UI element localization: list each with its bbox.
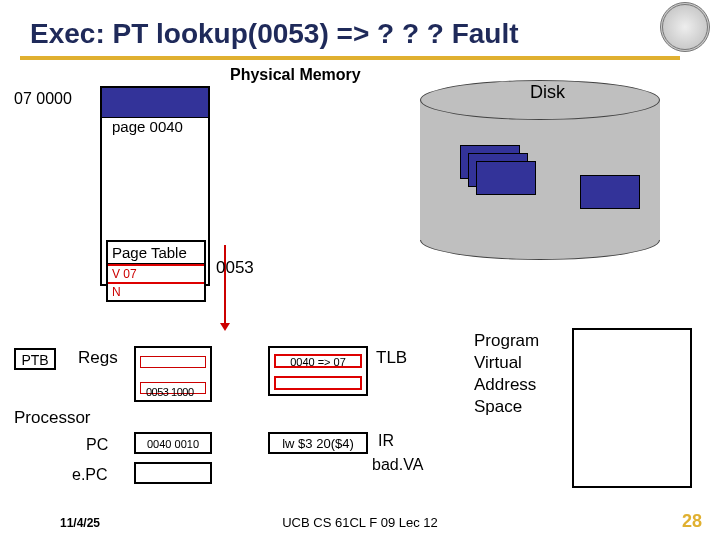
seal-icon — [660, 2, 710, 52]
regs-label: Regs — [78, 348, 118, 368]
footer-page-number: 28 — [682, 511, 702, 532]
page-table-row: N — [108, 282, 204, 300]
pc-box: 0040 0010 — [134, 432, 212, 454]
tlb-entry-empty — [274, 376, 362, 390]
lookup-arrow-icon — [224, 245, 226, 325]
ir-box: lw $3 20($4) — [268, 432, 368, 454]
page-table-title: Page Table — [108, 242, 204, 264]
tlb-label: TLB — [376, 348, 407, 368]
tlb-entry: 0040 => 07 — [274, 354, 362, 368]
physmem-label: Physical Memory — [230, 66, 361, 84]
base-addr-label: 07 0000 — [14, 90, 72, 108]
virtual-address-space-label: ProgramVirtualAddressSpace — [474, 330, 564, 418]
virtual-address-space-box — [572, 328, 692, 488]
page-0040-block — [102, 88, 208, 118]
disk-label: Disk — [530, 82, 565, 103]
pc-label: PC — [86, 436, 108, 454]
ptb-box: PTB — [14, 348, 56, 370]
disk-body — [420, 100, 660, 240]
footer-center: UCB CS 61CL F 09 Lec 12 — [0, 515, 720, 530]
page-table-row: V 07 — [108, 264, 204, 282]
badva-label: bad.VA — [372, 456, 423, 474]
epc-box — [134, 462, 212, 484]
regs-slot — [140, 356, 206, 368]
slide-title: Exec: PT lookup(0053) => ? ? ? Fault — [30, 18, 519, 50]
ir-label: IR — [378, 432, 394, 450]
tlb-box: 0040 => 07 — [268, 346, 368, 396]
regs-value: 0053 1000 — [146, 386, 194, 398]
page-table-box: Page Table V 07 N — [106, 240, 206, 302]
epc-label: e.PC — [72, 466, 108, 484]
disk-page-block — [580, 175, 640, 209]
disk-cylinder — [420, 80, 660, 260]
lookup-addr: 0053 — [216, 258, 254, 278]
title-underline — [20, 56, 680, 60]
disk-page-block — [476, 161, 536, 195]
page-0040-label: page 0040 — [112, 118, 183, 135]
processor-label: Processor — [14, 408, 91, 428]
